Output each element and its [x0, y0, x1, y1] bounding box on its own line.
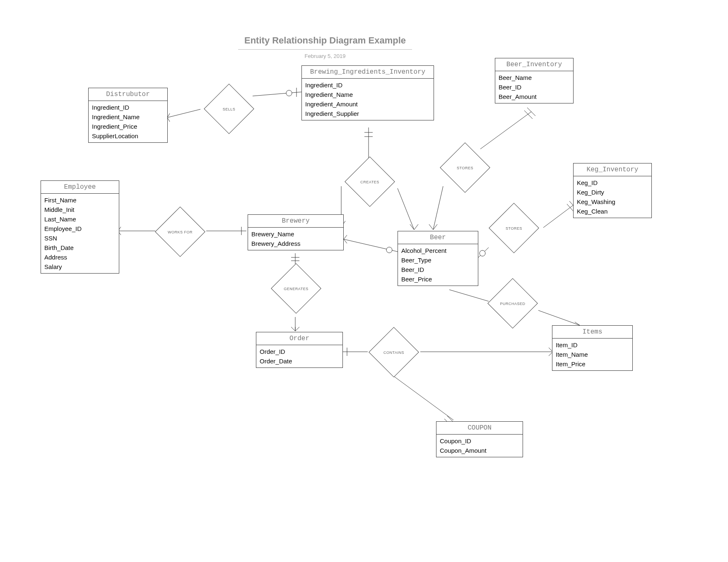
attr: Brewery_Name: [251, 229, 341, 239]
attr: Beer_Type: [400, 255, 475, 265]
entity-header: Brewing_Ingredients_Inventory: [302, 66, 434, 79]
attr: Ingredient_Supplier: [304, 109, 431, 118]
svg-line-38: [538, 310, 580, 325]
entity-distributor: Distrubutor Ingredient_ID Ingredient_Nam…: [88, 88, 168, 143]
attr: Brewery_Address: [251, 239, 341, 248]
svg-line-13: [527, 108, 535, 116]
entity-body: Ingredient_ID Ingredient_Name Ingredient…: [89, 101, 167, 142]
rel-label: PURCHASED: [488, 302, 538, 306]
attr: Address: [43, 252, 116, 262]
entity-body: First_Name Middle_Init Last_Name Employe…: [41, 194, 119, 273]
rel-label: SELLS: [204, 107, 254, 111]
diagram-title: Entity Relationship Diagram Example: [238, 35, 412, 50]
entity-header: Brewery: [248, 215, 343, 228]
entity-header: Distrubutor: [89, 88, 167, 101]
attr: Last_Name: [43, 214, 116, 224]
rel-label: CONTAINS: [369, 351, 419, 355]
entity-beer: Beer Alcohol_Percent Beer_Type Beer_ID B…: [398, 231, 478, 286]
attr: SSN: [43, 233, 116, 243]
rel-label: CREATES: [345, 180, 395, 184]
entity-header: Beer_Inventory: [495, 58, 573, 71]
entity-body: Brewery_Name Brewery_Address: [248, 228, 343, 250]
attr: Beer_Amount: [498, 92, 571, 101]
rel-label: STORES: [440, 166, 490, 170]
attr: Item_Price: [555, 359, 630, 369]
svg-line-29: [344, 239, 398, 252]
attr: Item_ID: [555, 340, 630, 350]
attr: Beer_Name: [498, 73, 571, 82]
entity-body: Coupon_ID Coupon_Amount: [436, 435, 523, 457]
attr: Coupon_Amount: [439, 446, 520, 455]
rel-sells: SELLS: [204, 84, 254, 134]
entity-header: Order: [256, 332, 342, 345]
svg-line-1: [253, 92, 302, 96]
rel-label: GENERATES: [271, 287, 321, 291]
entity-header: Employee: [41, 181, 119, 194]
attr: SupplierLocation: [91, 131, 165, 141]
entity-items: Items Item_ID Item_Name Item_Price: [552, 325, 633, 371]
rel-label: WORKS FOR: [155, 230, 205, 234]
rel-stores-beer: STORES: [440, 142, 490, 193]
attr: Order_ID: [259, 347, 340, 356]
attr: Ingredient_ID: [91, 103, 165, 112]
attr: Middle_Init: [43, 205, 116, 214]
svg-line-14: [524, 110, 533, 119]
rel-generates: GENERATES: [271, 263, 321, 314]
rel-stores-keg: STORES: [489, 203, 539, 253]
entity-body: Beer_Name Beer_ID Beer_Amount: [495, 71, 573, 103]
entity-body: Alcohol_Percent Beer_Type Beer_ID Beer_P…: [398, 244, 478, 286]
attr: Beer_ID: [498, 82, 571, 92]
svg-line-19: [477, 247, 489, 259]
attr: Birth_Date: [43, 243, 116, 252]
attr: First_Name: [43, 195, 116, 205]
entity-body: Keg_ID Keg_Dirty Keg_Washing Keg_Clean: [574, 176, 651, 218]
entity-beer-inventory: Beer_Inventory Beer_Name Beer_ID Beer_Am…: [495, 58, 574, 103]
attr: Keg_Clean: [576, 207, 649, 216]
entity-employee: Employee First_Name Middle_Init Last_Nam…: [41, 180, 119, 274]
svg-line-11: [398, 188, 414, 230]
entity-header: Keg_Inventory: [574, 163, 651, 176]
attr: Beer_ID: [400, 265, 475, 274]
entity-coupon: COUPON Coupon_ID Coupon_Amount: [436, 421, 523, 457]
svg-line-15: [433, 186, 443, 230]
rel-creates: CREATES: [345, 156, 395, 207]
entity-header: COUPON: [436, 422, 523, 435]
attr: Order_Date: [259, 356, 340, 366]
attr: Ingredient_ID: [304, 80, 431, 90]
entity-header: Items: [552, 326, 632, 339]
rel-label: STORES: [489, 226, 539, 231]
svg-line-16: [543, 205, 573, 228]
attr: Ingredient_Price: [91, 122, 165, 131]
rel-contains: CONTAINS: [369, 327, 419, 377]
entity-keg-inventory: Keg_Inventory Keg_ID Keg_Dirty Keg_Washi…: [573, 163, 652, 218]
svg-point-30: [386, 247, 392, 253]
entity-brewery: Brewery Brewery_Name Brewery_Address: [248, 214, 344, 250]
erd-canvas: Entity Relationship Diagram Example Febr…: [0, 0, 728, 562]
attr: Alcohol_Percent: [400, 246, 475, 255]
svg-point-20: [480, 250, 485, 256]
attr: Keg_Dirty: [576, 187, 649, 197]
svg-line-12: [480, 112, 531, 149]
entity-header: Beer: [398, 231, 478, 244]
attr: Employee_ID: [43, 224, 116, 233]
attr: Ingredient_Name: [91, 112, 165, 122]
attr: Keg_Washing: [576, 197, 649, 207]
attr: Salary: [43, 262, 116, 271]
svg-line-0: [167, 109, 200, 118]
svg-line-34: [394, 377, 453, 420]
rel-works-for: WORKS FOR: [155, 207, 205, 257]
svg-line-37: [449, 290, 489, 301]
attr: Item_Name: [555, 350, 630, 359]
attr: Keg_ID: [576, 178, 649, 187]
svg-point-2: [286, 90, 292, 96]
diagram-date: February 5, 2019: [284, 53, 366, 59]
attr: Ingredient_Amount: [304, 99, 431, 109]
attr: Ingredient_Name: [304, 90, 431, 99]
attr: Coupon_ID: [439, 436, 520, 446]
rel-purchased: PURCHASED: [487, 278, 538, 329]
entity-order: Order Order_ID Order_Date: [256, 332, 343, 368]
entity-brewing-ingredients: Brewing_Ingredients_Inventory Ingredient…: [301, 65, 434, 120]
entity-body: Item_ID Item_Name Item_Price: [552, 339, 632, 370]
entity-body: Ingredient_ID Ingredient_Name Ingredient…: [302, 79, 434, 120]
attr: Beer_Price: [400, 274, 475, 284]
